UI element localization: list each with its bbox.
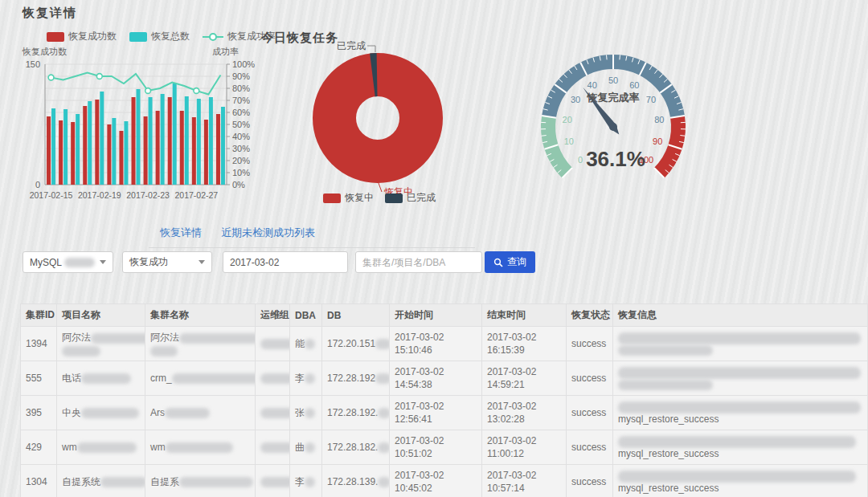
search-button-label: 查询 — [507, 255, 526, 269]
redacted-text — [618, 332, 861, 344]
table-row[interactable]: 555电话crm_李172.28.1922017-03-0214:54:3820… — [21, 361, 868, 396]
table-row[interactable]: 429wmwm曲172.28.182.2017-03-0210:51:02201… — [21, 430, 868, 465]
redacted-text — [260, 477, 290, 487]
redacted-text — [375, 373, 389, 384]
page-title: 恢复详情 — [23, 6, 77, 21]
redacted-text — [64, 258, 95, 267]
table-row[interactable]: 395中央Ars张172.28.192.2017-03-0212:56:4120… — [21, 396, 868, 430]
cell-end-time: 2017-03-0214:59:21 — [482, 361, 567, 396]
cell-dba: 李 — [290, 361, 322, 396]
cell-project-name: 电话 — [57, 361, 145, 396]
cell-project-name: wm — [57, 430, 145, 465]
cell-info — [613, 327, 868, 361]
gauge-tick-label: 60 — [629, 80, 639, 90]
redacted-text — [305, 477, 315, 487]
redacted-text — [378, 408, 389, 418]
x-tick-label: 2017-02-19 — [78, 190, 121, 200]
cell-cluster-name: wm — [145, 430, 256, 465]
keyword-input[interactable] — [355, 251, 482, 273]
bar-success — [59, 120, 63, 185]
line-marker — [48, 75, 54, 80]
tab-recent-undetected[interactable]: 近期未检测成功列表 — [221, 226, 315, 240]
gauge-value: 36.1% — [586, 147, 645, 171]
bar-total — [76, 114, 80, 185]
bar-success — [216, 114, 220, 185]
cell-ops-group — [256, 465, 290, 497]
legend-item-total[interactable]: 恢复总数 — [129, 30, 190, 43]
line-marker — [96, 74, 102, 79]
redacted-text — [172, 373, 256, 384]
pie-legend: 恢复中 已完成 — [323, 191, 436, 205]
redacted-text — [305, 373, 315, 384]
bar-total — [173, 84, 177, 185]
redacted-text — [165, 408, 210, 418]
gauge-tick-label: 30 — [571, 95, 580, 104]
status-select[interactable]: 恢复成功 — [122, 251, 212, 273]
bar-success — [95, 100, 99, 185]
y-tick-label: 40% — [232, 132, 250, 141]
cell-db: 172.28.192 — [322, 361, 390, 396]
cell-start-time: 2017-03-0215:10:46 — [390, 327, 482, 361]
bar-success — [47, 116, 51, 185]
bar-total — [137, 89, 141, 185]
bar-total — [197, 99, 201, 185]
callout-label-top: 已完成 — [337, 40, 366, 51]
table-row[interactable]: 1394阿尔法阿尔法能172.20.1512017-03-0215:10:462… — [21, 327, 868, 361]
y-tick-label: 30% — [232, 144, 250, 153]
bar-total — [161, 94, 165, 185]
gauge-tick-label: 10 — [564, 136, 574, 146]
bar-total — [112, 118, 116, 185]
y-tick-label: 0 — [35, 180, 40, 189]
y-tick-label: 80% — [232, 84, 250, 93]
table-header-row: 集群ID项目名称集群名称运维组DBADB开始时间结束时间恢复状态恢复信息 — [21, 304, 868, 327]
db-type-value: MySQL — [30, 257, 62, 268]
cell-info — [613, 361, 868, 396]
cell-db: 172.20.151 — [322, 327, 390, 361]
pie-legend-item-done[interactable]: 已完成 — [385, 191, 436, 205]
pie-swatch-navy — [385, 194, 403, 203]
cell-db: 172.28.182. — [322, 430, 390, 465]
redacted-text — [81, 408, 139, 418]
cell-end-time: 2017-03-0216:15:39 — [482, 327, 567, 361]
cell-dba: 曲 — [290, 430, 322, 465]
bar-total — [51, 108, 55, 185]
redacted-text — [179, 333, 256, 344]
callout-line-top — [367, 46, 375, 52]
pie-swatch-red — [323, 194, 341, 203]
column-header: 恢复信息 — [613, 304, 868, 327]
gauge-tick — [620, 55, 620, 59]
redacted-text — [260, 442, 290, 453]
cell-start-time: 2017-03-0214:54:38 — [390, 361, 482, 396]
cell-dba: 张 — [290, 396, 322, 430]
cell-db: 172.28.192. — [322, 396, 390, 430]
cell-dba: 李 — [290, 465, 322, 497]
db-type-select[interactable]: MySQL — [23, 251, 113, 273]
search-button[interactable]: 查询 — [485, 251, 535, 273]
redacted-text — [179, 477, 253, 487]
redacted-text — [618, 471, 856, 483]
cell-cluster-id: 1394 — [21, 327, 57, 361]
redacted-text — [618, 380, 713, 390]
cell-ops-group — [256, 327, 290, 361]
cell-status: success — [567, 327, 613, 361]
bar-total — [185, 96, 189, 185]
cell-status: success — [567, 430, 613, 465]
date-input[interactable] — [223, 251, 348, 273]
x-tick-label: 2017-02-27 — [174, 190, 218, 200]
redacted-text — [62, 346, 100, 356]
cell-project-name: 中央 — [57, 396, 145, 430]
cell-cluster-name: Ars — [145, 396, 256, 430]
tab-recovery-detail[interactable]: 恢复详情 — [160, 226, 202, 240]
x-tick-label: 2017-02-23 — [126, 190, 170, 200]
cell-dba: 能 — [290, 327, 322, 361]
legend-swatch-red — [47, 32, 64, 42]
gauge-pivot — [609, 123, 617, 131]
legend-item-success[interactable]: 恢复成功数 — [47, 30, 117, 43]
gauge-tick-label: 40 — [588, 80, 597, 90]
gauge-tick-label: 20 — [563, 115, 572, 124]
table-row[interactable]: 1304自提系统自提系李172.28.139.2017-03-0210:45:0… — [21, 465, 868, 497]
cell-info: mysql_restore_success — [613, 465, 868, 497]
column-header: DB — [322, 304, 390, 327]
cell-cluster-name: 阿尔法 — [145, 327, 256, 361]
pie-legend-item-recovering[interactable]: 恢复中 — [323, 191, 374, 205]
